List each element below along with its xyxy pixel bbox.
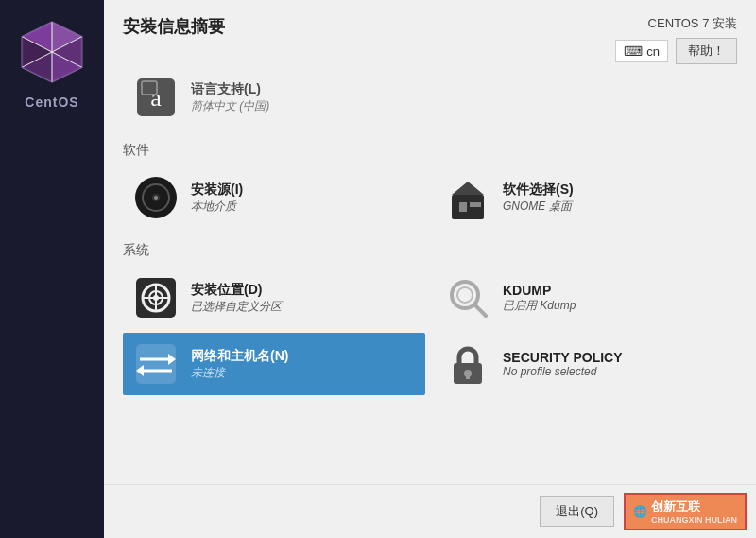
section-software-label: 软件 xyxy=(123,142,737,159)
keyboard-icon: ⌨ xyxy=(624,43,643,59)
svg-line-28 xyxy=(474,304,486,316)
svg-marker-18 xyxy=(452,182,484,195)
brand-sub: CHUANGXIN HULIAN xyxy=(651,515,737,525)
svg-text:a: a xyxy=(150,84,162,112)
language-title: 语言支持(L) xyxy=(191,81,269,98)
language-icon: a xyxy=(132,74,180,121)
kdump-item[interactable]: KDUMP 已启用 Kdump xyxy=(435,267,737,329)
quit-button[interactable]: 退出(Q) xyxy=(540,496,614,527)
brand-logo-icon: 🌐 xyxy=(633,505,647,518)
software-selection-text: 软件选择(S) GNOME 桌面 xyxy=(503,182,574,215)
security-policy-sub: No profile selected xyxy=(503,365,623,378)
network-icon xyxy=(132,340,180,388)
install-source-sub: 本地介质 xyxy=(191,199,243,215)
software-selection-sub: GNOME 桌面 xyxy=(503,199,574,215)
install-source-item[interactable]: 安装源(I) 本地介质 xyxy=(123,166,425,229)
install-source-icon xyxy=(132,174,180,221)
language-item-text: 语言支持(L) 简体中文 (中国) xyxy=(191,81,269,114)
install-source-text: 安装源(I) 本地介质 xyxy=(191,182,243,215)
page-title: 安装信息摘要 xyxy=(123,15,225,38)
software-selection-icon xyxy=(444,174,491,221)
network-hostname-title: 网络和主机名(N) xyxy=(191,348,288,365)
brand-text: 创新互联 xyxy=(651,498,737,515)
system-grid: 安装位置(D) 已选择自定义分区 KDUMP 已启用 Kdump xyxy=(123,267,737,395)
install-destination-icon xyxy=(132,274,180,321)
header-right: CENTOS 7 安装 ⌨ cn 帮助！ xyxy=(615,15,737,64)
footer: 退出(Q) 🌐 创新互联 CHUANGXIN HULIAN xyxy=(104,484,756,538)
header: 安装信息摘要 CENTOS 7 安装 ⌨ cn 帮助！ xyxy=(104,0,756,74)
kdump-title: KDUMP xyxy=(503,283,576,298)
kdump-text: KDUMP 已启用 Kdump xyxy=(503,283,576,314)
brand-badge: 🌐 创新互联 CHUANGXIN HULIAN xyxy=(624,493,747,530)
svg-rect-37 xyxy=(466,373,470,379)
sidebar: CentOS xyxy=(0,0,104,538)
language-selector[interactable]: ⌨ cn xyxy=(615,40,668,62)
install-destination-title: 安装位置(D) xyxy=(191,282,282,299)
svg-rect-20 xyxy=(470,202,481,207)
install-destination-text: 安装位置(D) 已选择自定义分区 xyxy=(191,282,282,315)
lang-row: ⌨ cn 帮助！ xyxy=(615,38,737,64)
security-policy-text: SECURITY POLICY No profile selected xyxy=(503,350,623,378)
security-policy-icon xyxy=(444,340,491,388)
install-destination-item[interactable]: 安装位置(D) 已选择自定义分区 xyxy=(123,267,425,329)
network-hostname-text: 网络和主机名(N) 未连接 xyxy=(191,348,288,381)
software-selection-item[interactable]: 软件选择(S) GNOME 桌面 xyxy=(435,166,737,229)
language-item-partial[interactable]: a 语言支持(L) 简体中文 (中国) xyxy=(123,74,737,129)
svg-point-16 xyxy=(154,196,158,200)
network-hostname-item[interactable]: 网络和主机名(N) 未连接 xyxy=(123,333,425,395)
kdump-icon xyxy=(444,274,491,321)
software-grid: 安装源(I) 本地介质 软件选择(S) GNOME 桌面 xyxy=(123,166,737,229)
kdump-sub: 已启用 Kdump xyxy=(503,298,576,314)
lang-code: cn xyxy=(646,44,660,59)
security-policy-title: SECURITY POLICY xyxy=(503,350,623,365)
brand-label: CentOS xyxy=(25,95,78,110)
software-selection-title: 软件选择(S) xyxy=(503,182,574,199)
svg-point-26 xyxy=(153,295,159,301)
svg-rect-19 xyxy=(459,202,467,212)
svg-rect-30 xyxy=(136,344,176,384)
install-destination-sub: 已选择自定义分区 xyxy=(191,299,282,315)
centos7-label: CENTOS 7 安装 xyxy=(648,15,737,32)
install-source-title: 安装源(I) xyxy=(191,182,243,199)
security-policy-item[interactable]: SECURITY POLICY No profile selected xyxy=(435,333,737,395)
main-panel: 安装信息摘要 CENTOS 7 安装 ⌨ cn 帮助！ a xyxy=(104,0,756,538)
language-sub: 简体中文 (中国) xyxy=(191,98,269,114)
help-button[interactable]: 帮助！ xyxy=(676,38,737,64)
network-hostname-sub: 未连接 xyxy=(191,365,288,381)
section-system-label: 系统 xyxy=(123,242,737,259)
svg-point-29 xyxy=(457,287,472,303)
centos-logo xyxy=(19,19,85,85)
content-area: a 语言支持(L) 简体中文 (中国) 软件 xyxy=(104,74,756,484)
